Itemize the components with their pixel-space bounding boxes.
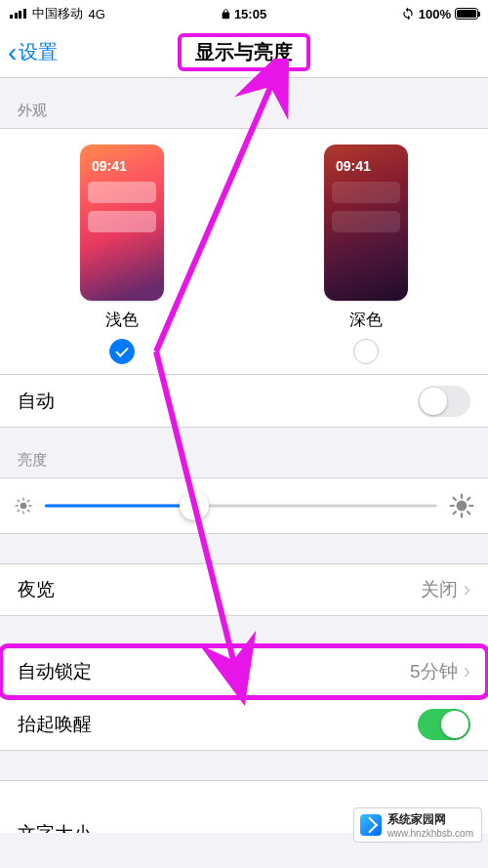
preview-card (332, 211, 400, 232)
raise-to-wake-toggle[interactable] (418, 709, 470, 740)
night-shift-label: 夜览 (18, 577, 55, 602)
sun-large-icon (449, 493, 474, 518)
chevron-right-icon: › (464, 659, 470, 684)
svg-line-14 (454, 498, 456, 500)
back-label: 设置 (19, 39, 58, 65)
preview-card (88, 211, 156, 232)
auto-appearance-label: 自动 (18, 389, 55, 414)
auto-lock-row[interactable]: 自动锁定 5分钟 › (0, 645, 488, 698)
signal-bars-icon (10, 9, 26, 19)
preview-time: 09:41 (324, 145, 408, 174)
auto-lock-value: 5分钟 (410, 659, 458, 684)
brightness-slider[interactable] (45, 491, 437, 520)
appearance-header: 外观 (0, 78, 488, 128)
battery-icon (455, 8, 478, 20)
svg-point-0 (20, 503, 27, 510)
status-left: 中国移动 4G (10, 5, 105, 22)
auto-appearance-row[interactable]: 自动 (0, 375, 488, 428)
watermark: 系统家园网 www.hnzkhbsb.com (353, 807, 482, 843)
svg-point-9 (457, 501, 468, 512)
preview-card (88, 182, 156, 203)
nav-bar: ‹ 设置 显示与亮度 (0, 27, 488, 78)
night-shift-value: 关闭 (421, 577, 458, 602)
dark-label: 深色 (349, 309, 383, 331)
status-bar: 中国移动 4G 15:05 100% (0, 0, 488, 27)
svg-line-17 (468, 498, 469, 500)
svg-line-6 (27, 510, 28, 512)
preview-card (332, 182, 400, 203)
svg-line-7 (18, 510, 20, 512)
auto-appearance-toggle[interactable] (418, 386, 470, 417)
preview-time: 09:41 (80, 145, 164, 174)
svg-line-16 (454, 512, 456, 514)
watermark-url: www.hnzkhbsb.com (387, 828, 473, 839)
brightness-row (0, 477, 488, 534)
brightness-header: 亮度 (0, 428, 488, 477)
svg-line-8 (27, 500, 28, 502)
chevron-right-icon: › (464, 577, 470, 602)
light-label: 浅色 (105, 309, 139, 331)
text-size-label: 文字大小 (18, 821, 92, 833)
battery-percent: 100% (419, 7, 451, 21)
appearance-dark-option[interactable]: 09:41 深色 (324, 145, 408, 364)
auto-lock-label: 自动锁定 (18, 659, 92, 684)
lock-icon (222, 8, 230, 20)
status-right: 100% (401, 7, 478, 21)
appearance-picker: 09:41 浅色 09:41 深色 (0, 128, 488, 375)
sun-small-icon (14, 496, 33, 516)
svg-line-5 (18, 500, 20, 502)
night-shift-row[interactable]: 夜览 关闭 › (0, 563, 488, 616)
network-label: 4G (89, 7, 105, 21)
page-title: 显示与亮度 (195, 41, 293, 62)
watermark-logo-icon (360, 814, 382, 836)
title-highlight-annotation: 显示与亮度 (178, 33, 310, 71)
dark-radio[interactable] (353, 339, 379, 364)
watermark-name: 系统家园网 (387, 811, 473, 828)
appearance-light-option[interactable]: 09:41 浅色 (80, 145, 164, 364)
dark-preview: 09:41 (324, 145, 408, 301)
carrier-label: 中国移动 (32, 5, 83, 22)
clock-label: 15:05 (234, 7, 266, 21)
status-center: 15:05 (222, 7, 266, 21)
chevron-left-icon: ‹ (8, 39, 17, 66)
light-preview: 09:41 (80, 145, 164, 301)
svg-line-15 (468, 512, 469, 514)
raise-to-wake-row[interactable]: 抬起唤醒 (0, 698, 488, 751)
raise-to-wake-label: 抬起唤醒 (18, 712, 92, 737)
back-button[interactable]: ‹ 设置 (0, 39, 58, 66)
rotation-lock-icon (401, 7, 415, 21)
light-radio[interactable] (109, 339, 135, 364)
